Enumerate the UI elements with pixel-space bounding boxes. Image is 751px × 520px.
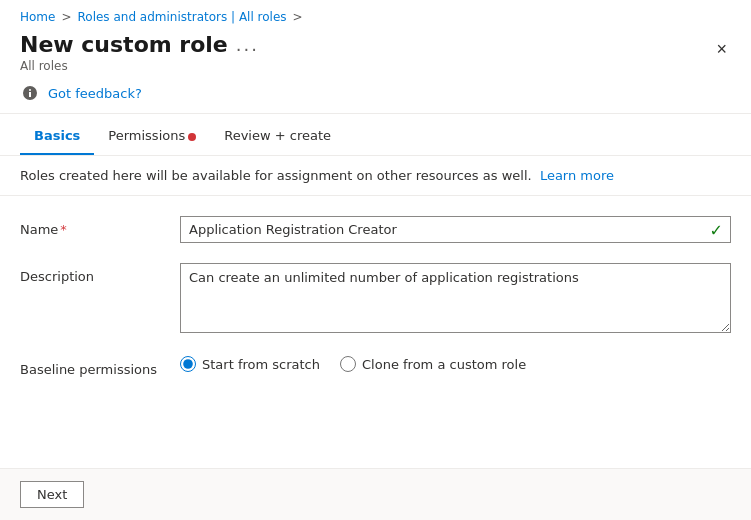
name-valid-icon: ✓	[710, 220, 723, 239]
description-input-wrap: Can create an unlimited number of applic…	[180, 263, 731, 336]
form-area: Name* ✓ Description Can create an unlimi…	[0, 196, 751, 468]
tab-review-label: Review + create	[224, 128, 331, 143]
footer: Next	[0, 468, 751, 520]
tab-basics[interactable]: Basics	[20, 118, 94, 155]
close-button[interactable]: ×	[712, 36, 731, 62]
name-label: Name*	[20, 216, 180, 237]
baseline-label: Baseline permissions	[20, 356, 180, 377]
breadcrumb-separator-2: >	[293, 10, 303, 24]
page-title: New custom role ...	[20, 32, 259, 57]
tab-basics-label: Basics	[34, 128, 80, 143]
name-row: Name* ✓	[20, 216, 731, 243]
radio-scratch-option[interactable]: Start from scratch	[180, 356, 320, 372]
learn-more-link[interactable]: Learn more	[540, 168, 614, 183]
next-button[interactable]: Next	[20, 481, 84, 508]
feedback-icon	[20, 83, 40, 103]
feedback-bar: Got feedback?	[0, 73, 751, 114]
radio-clone-option[interactable]: Clone from a custom role	[340, 356, 526, 372]
radio-group: Start from scratch Clone from a custom r…	[180, 356, 731, 372]
tabs-row: Basics Permissions Review + create	[0, 118, 751, 156]
title-area: New custom role ... All roles	[20, 32, 259, 73]
tab-permissions-label: Permissions	[108, 128, 185, 143]
page-subtitle: All roles	[20, 59, 259, 73]
breadcrumb-roles[interactable]: Roles and administrators | All roles	[78, 10, 287, 24]
name-input-wrap: ✓	[180, 216, 731, 243]
name-input[interactable]	[180, 216, 731, 243]
permissions-badge	[188, 133, 196, 141]
breadcrumb: Home > Roles and administrators | All ro…	[0, 0, 751, 28]
info-text: Roles created here will be available for…	[20, 168, 532, 183]
breadcrumb-home[interactable]: Home	[20, 10, 55, 24]
radio-scratch-label: Start from scratch	[202, 357, 320, 372]
tab-review-create[interactable]: Review + create	[210, 118, 345, 155]
radio-clone-input[interactable]	[340, 356, 356, 372]
baseline-row: Baseline permissions Start from scratch …	[20, 356, 731, 377]
tab-permissions[interactable]: Permissions	[94, 118, 210, 155]
description-row: Description Can create an unlimited numb…	[20, 263, 731, 336]
feedback-text[interactable]: Got feedback?	[48, 86, 142, 101]
page-title-text: New custom role	[20, 32, 228, 57]
radio-scratch-input[interactable]	[180, 356, 196, 372]
info-banner: Roles created here will be available for…	[0, 156, 751, 196]
header-row: New custom role ... All roles ×	[0, 28, 751, 73]
ellipsis-menu[interactable]: ...	[236, 34, 259, 55]
radio-clone-label: Clone from a custom role	[362, 357, 526, 372]
breadcrumb-separator-1: >	[61, 10, 71, 24]
name-required-indicator: *	[60, 222, 67, 237]
description-label: Description	[20, 263, 180, 284]
baseline-controls: Start from scratch Clone from a custom r…	[180, 356, 731, 372]
description-input[interactable]: Can create an unlimited number of applic…	[180, 263, 731, 333]
panel: Home > Roles and administrators | All ro…	[0, 0, 751, 520]
